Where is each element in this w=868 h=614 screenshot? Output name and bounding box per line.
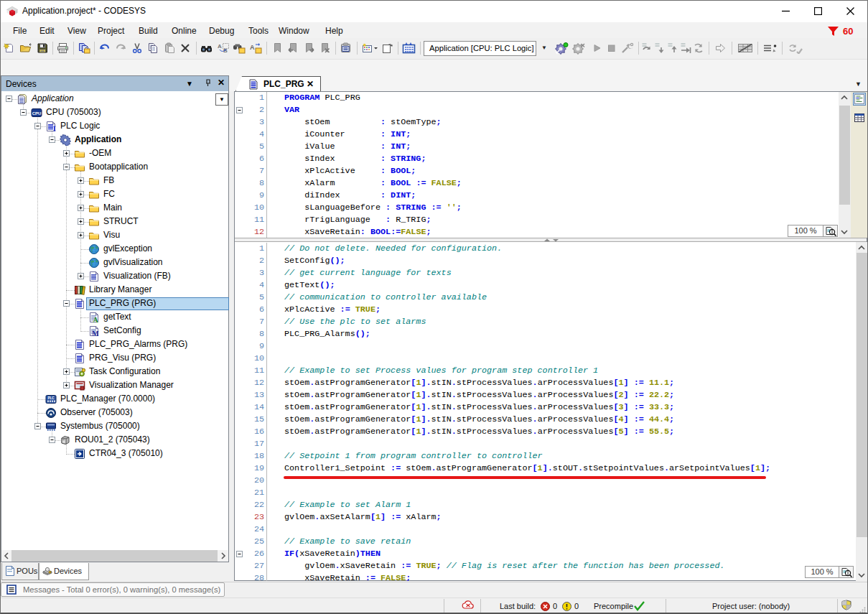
svg-text:PLC: PLC <box>47 396 55 400</box>
svg-text:A: A <box>250 44 255 51</box>
svg-text:CPU: CPU <box>32 111 42 116</box>
svg-text:A: A <box>93 316 98 324</box>
svg-text:A: A <box>218 43 222 50</box>
svg-text:M: M <box>92 330 99 338</box>
